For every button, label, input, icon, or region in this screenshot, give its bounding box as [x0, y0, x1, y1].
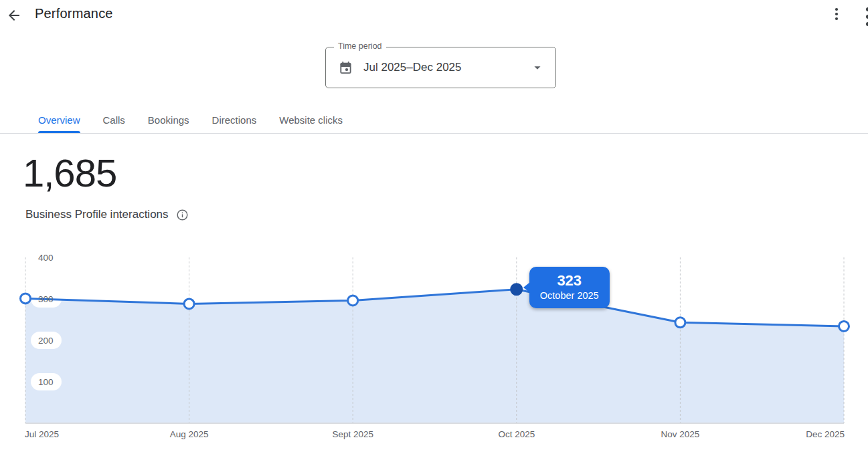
tab-bookings[interactable]: Bookings	[137, 107, 201, 133]
data-point[interactable]	[184, 299, 194, 309]
top-bar: Performance	[0, 0, 868, 29]
kebab-menu-icon	[829, 6, 845, 22]
tab-overview[interactable]: Overview	[27, 107, 92, 133]
ytick-label: 200	[38, 336, 54, 346]
interactions-chart[interactable]: 100200300400Jul 2025Aug 2025Sept 2025Oct…	[0, 247, 868, 462]
metric-value: 1,685	[23, 154, 116, 193]
xtick-label: Dec 2025	[806, 429, 845, 439]
time-period-select[interactable]: Time period Jul 2025–Dec 2025	[325, 47, 556, 88]
xtick-label: Aug 2025	[170, 429, 209, 439]
xtick-label: Nov 2025	[661, 429, 700, 439]
data-point-selected[interactable]	[510, 283, 523, 296]
data-point[interactable]	[21, 294, 31, 304]
back-button[interactable]	[4, 5, 24, 25]
data-point[interactable]	[675, 318, 685, 328]
metric-label: Business Profile interactions	[25, 208, 169, 221]
tab-label: Calls	[103, 114, 125, 126]
chart-area-fill	[25, 290, 844, 423]
tab-bar: Overview Calls Bookings Directions Websi…	[27, 107, 354, 133]
ytick-label: 300	[38, 294, 54, 304]
info-icon	[176, 209, 189, 221]
tab-label: Overview	[38, 114, 80, 126]
more-options-button[interactable]	[828, 5, 845, 23]
tooltip-value: 323	[540, 272, 599, 290]
tab-label: Bookings	[148, 114, 189, 126]
page-title: Performance	[35, 6, 113, 21]
tooltip-label: October 2025	[540, 290, 599, 302]
tooltip-pointer	[523, 282, 530, 293]
ytick-label: 400	[38, 253, 54, 263]
arrow-left-icon	[6, 7, 22, 23]
xtick-label: Oct 2025	[498, 429, 535, 439]
time-period-label: Time period	[334, 41, 386, 51]
xtick-label: Sept 2025	[332, 429, 373, 439]
data-point[interactable]	[839, 321, 849, 331]
dropdown-caret-icon	[530, 60, 545, 75]
tab-website-clicks[interactable]: Website clicks	[268, 107, 354, 133]
tabs-divider	[0, 133, 868, 134]
tab-directions[interactable]: Directions	[201, 107, 268, 133]
data-point[interactable]	[348, 296, 358, 306]
ytick-label: 100	[38, 377, 54, 387]
tab-label: Directions	[212, 114, 257, 126]
chart-tooltip: 323 October 2025	[529, 267, 610, 308]
calendar-icon	[338, 60, 353, 76]
time-period-value: Jul 2025–Dec 2025	[363, 61, 520, 74]
info-button[interactable]	[176, 209, 189, 221]
tab-calls[interactable]: Calls	[92, 107, 137, 133]
tab-label: Website clicks	[279, 114, 343, 126]
xtick-label: Jul 2025	[25, 429, 59, 439]
